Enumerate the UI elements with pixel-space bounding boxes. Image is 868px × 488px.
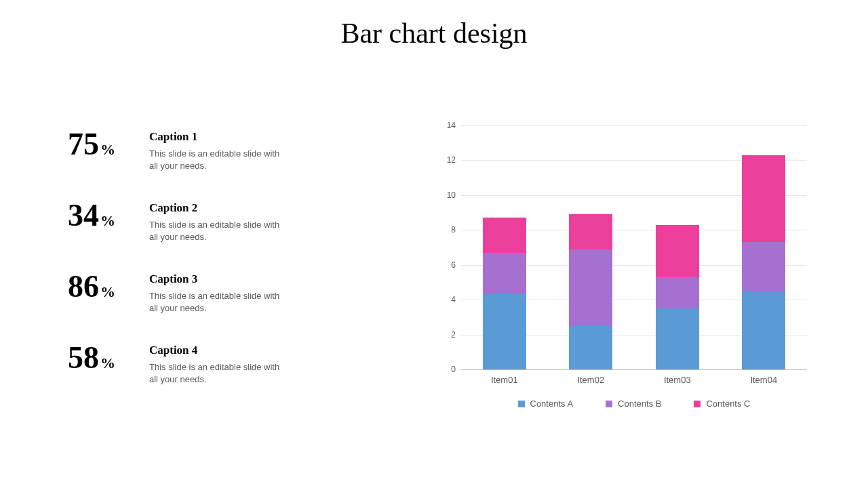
x-tick-label: Item04 xyxy=(750,375,777,385)
legend-item: Contents C xyxy=(694,399,750,409)
stat-number: 75 xyxy=(68,127,99,161)
stat-number: 34 xyxy=(68,198,99,232)
caption-body: This slide is an editable slide with all… xyxy=(149,361,285,385)
stat-caption-block: Caption 1This slide is an editable slide… xyxy=(149,130,285,171)
plot-area: 02468101214Item01Item02Item03Item04 xyxy=(461,125,807,370)
bar-segment xyxy=(483,294,526,369)
x-tick-label: Item03 xyxy=(664,375,691,385)
caption-body: This slide is an editable slide with all… xyxy=(149,290,285,314)
legend-label: Contents B xyxy=(618,399,661,409)
bar-segment xyxy=(742,291,785,369)
caption-title: Caption 2 xyxy=(149,201,285,215)
page-title: Bar chart design xyxy=(0,17,868,49)
y-tick-label: 4 xyxy=(435,295,461,304)
stat-percent: 58% xyxy=(68,342,142,373)
x-tick-label: Item01 xyxy=(491,375,518,385)
bar-segment xyxy=(569,249,612,326)
caption-title: Caption 1 xyxy=(149,130,285,144)
legend: Contents AContents BContents C xyxy=(461,399,807,409)
bar-segment xyxy=(656,308,699,369)
stat-number: 86 xyxy=(68,269,99,304)
x-tick-label: Item02 xyxy=(577,375,604,385)
percent-symbol: % xyxy=(100,212,115,229)
stat-row: 58%Caption 4This slide is an editable sl… xyxy=(68,342,326,385)
stat-percent: 75% xyxy=(68,129,142,160)
y-tick-label: 8 xyxy=(435,225,461,235)
stat-caption-block: Caption 3This slide is an editable slide… xyxy=(149,272,285,314)
bar-segment xyxy=(742,155,785,243)
bar-segment xyxy=(483,218,526,252)
legend-label: Contents A xyxy=(530,399,574,409)
slide: Bar chart design 75%Caption 1This slide … xyxy=(0,0,868,488)
bar-segment xyxy=(656,225,699,277)
caption-title: Caption 4 xyxy=(149,344,285,357)
y-tick-label: 6 xyxy=(435,260,461,270)
percent-symbol: % xyxy=(100,283,115,300)
y-tick-label: 14 xyxy=(435,121,461,130)
stat-number: 58 xyxy=(68,340,99,375)
y-tick-label: 0 xyxy=(435,365,461,374)
percent-symbol: % xyxy=(100,354,115,371)
bar-segment xyxy=(569,326,612,369)
y-tick-label: 10 xyxy=(435,190,461,200)
legend-swatch xyxy=(606,401,612,407)
stat-caption-block: Caption 2This slide is an editable slide… xyxy=(149,201,285,243)
bar-group: Item04 xyxy=(742,155,785,369)
y-tick-label: 2 xyxy=(435,330,461,340)
bar-group: Item01 xyxy=(483,218,526,369)
stat-percent: 34% xyxy=(68,200,142,231)
bar-segment xyxy=(483,253,526,295)
caption-title: Caption 3 xyxy=(149,272,285,286)
percent-symbol: % xyxy=(100,141,115,158)
y-tick-label: 12 xyxy=(435,155,461,165)
bar-segment xyxy=(569,214,612,249)
bar-group: Item02 xyxy=(569,214,612,369)
stat-row: 75%Caption 1This slide is an editable sl… xyxy=(68,129,326,171)
bar-segment xyxy=(742,242,785,291)
bar-segment xyxy=(656,277,699,308)
bar-group: Item03 xyxy=(656,225,699,369)
legend-swatch xyxy=(518,401,525,407)
stat-caption-block: Caption 4This slide is an editable slide… xyxy=(149,344,285,385)
stats-column: 75%Caption 1This slide is an editable sl… xyxy=(68,129,326,413)
legend-item: Contents B xyxy=(606,399,661,409)
caption-body: This slide is an editable slide with all… xyxy=(149,148,285,171)
stat-row: 86%Caption 3This slide is an editable sl… xyxy=(68,271,326,314)
caption-body: This slide is an editable slide with all… xyxy=(149,219,285,243)
legend-item: Contents A xyxy=(518,399,574,409)
stat-row: 34%Caption 2This slide is an editable sl… xyxy=(68,200,326,243)
stacked-bar-chart: 02468101214Item01Item02Item03Item04 Cont… xyxy=(434,125,814,417)
stat-percent: 86% xyxy=(68,271,142,302)
legend-swatch xyxy=(694,401,701,407)
legend-label: Contents C xyxy=(706,399,750,409)
grid-line xyxy=(461,125,807,126)
